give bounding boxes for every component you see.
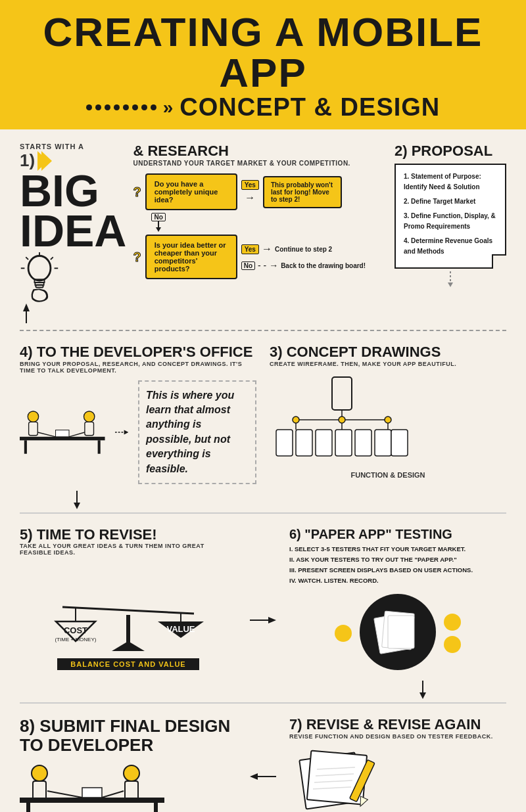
- testing-steps: I. SELECT 3-5 TESTERS THAT FIT YOUR TARG…: [289, 544, 506, 587]
- svg-marker-30: [124, 430, 128, 434]
- svg-rect-26: [56, 430, 69, 436]
- svg-marker-18: [448, 282, 453, 287]
- q2-text: Is your idea better or cheaper than your…: [155, 241, 226, 273]
- revise-again-block: 7) REVISE & REVISE AGAIN REVISE FUNCTION…: [289, 717, 506, 812]
- svg-line-8: [51, 258, 53, 260]
- svg-rect-64: [388, 616, 414, 648]
- submit-title: 8) SUBMIT FINAL DESIGN TO DEVELOPER: [20, 717, 237, 754]
- q2-branches: Yes → Continue to step 2 No - - → Back t…: [241, 243, 366, 271]
- paper-app-area: [289, 593, 506, 674]
- revise-block: 5) TIME TO REVISE! TAKE ALL YOUR GREAT I…: [20, 527, 237, 675]
- testing-step-1: I. SELECT 3-5 TESTERS THAT FIT YOUR TARG…: [289, 544, 506, 554]
- research-title: & RESEARCH: [133, 143, 388, 160]
- revise-again-subtitle: REVISE FUNCTION AND DESIGN BASED ON TEST…: [289, 733, 506, 740]
- dot-left-top: [335, 625, 352, 642]
- question-box-2: Is your idea better or cheaper than your…: [145, 235, 237, 279]
- yes-branch-1: Yes →: [241, 180, 259, 204]
- no-result-2: Back to the drawing board!: [281, 262, 366, 269]
- svg-line-51: [62, 607, 194, 614]
- svg-marker-60: [268, 617, 276, 623]
- svg-line-73: [47, 791, 82, 798]
- proposal-item-3: 3. Define Function, Display, & Promo Req…: [404, 211, 497, 232]
- dev-office-block: 4) TO THE DEVELOPER'S OFFICE BRING YOUR …: [20, 344, 256, 484]
- yes-result-2: Continue to step 2: [275, 246, 332, 253]
- svg-rect-23: [20, 437, 105, 440]
- svg-rect-44: [355, 430, 371, 456]
- section-divider-1: [20, 330, 506, 331]
- right-arrow-5-6: [250, 616, 276, 625]
- section-7-8: 8) SUBMIT FINAL DESIGN TO DEVELOPER: [20, 717, 506, 812]
- dots-right: [444, 614, 461, 653]
- revise-title: 5) TIME TO REVISE!: [20, 527, 237, 543]
- svg-text:VALUE: VALUE: [166, 624, 195, 634]
- yes-label-1: Yes: [241, 180, 259, 190]
- lightbulb-icon: [20, 251, 59, 304]
- header-dots: [86, 104, 156, 110]
- svg-line-7: [26, 258, 28, 260]
- submit-block: 8) SUBMIT FINAL DESIGN TO DEVELOPER: [20, 717, 237, 812]
- proposal-document: 1. Statement of Purpose: Identify Need &…: [394, 164, 506, 269]
- header-subtitle: CONCEPT & DESIGN: [179, 93, 440, 122]
- svg-marker-12: [23, 304, 30, 311]
- question-box-1: Do you have a completely unique idea?: [145, 173, 237, 210]
- idea-label: IDEA: [20, 211, 126, 251]
- svg-rect-41: [296, 430, 312, 456]
- svg-point-36: [385, 417, 391, 423]
- section-3-4: 4) TO THE DEVELOPER'S OFFICE BRING YOUR …: [20, 344, 506, 484]
- proposal-item-1: 1. Statement of Purpose: Identify Need &…: [404, 171, 497, 192]
- paper-app-circle: [358, 593, 437, 671]
- testing-step-3: III. PRESENT SCREEN DISPLAYS BASED ON US…: [289, 565, 506, 575]
- svg-rect-31: [332, 377, 352, 410]
- header: CREATING A MOBILE APP » CONCEPT & DESIGN: [0, 0, 526, 129]
- svg-marker-49: [112, 641, 145, 651]
- section-5-6: 5) TIME TO REVISE! TAKE ALL YOUR GREAT I…: [20, 527, 506, 675]
- chevron-icon: »: [163, 97, 174, 118]
- no-label-2: No: [241, 261, 255, 270]
- dot-right-bottom: [444, 636, 461, 653]
- testing-title: 6) "PAPER APP" TESTING: [289, 527, 506, 541]
- svg-rect-22: [85, 422, 94, 435]
- svg-rect-70: [26, 803, 30, 812]
- desk-svg: [20, 396, 105, 468]
- revise-papers: [289, 746, 506, 812]
- down-arrow-4-5: [72, 491, 82, 509]
- down-connector-6-7: [20, 681, 506, 699]
- svg-rect-50: [126, 615, 130, 643]
- desk-scene: This is where you learn that almost anyt…: [20, 380, 256, 484]
- submit-desk-svg: [20, 761, 164, 812]
- connector-5-6: [250, 527, 276, 675]
- svg-line-74: [102, 791, 124, 798]
- svg-rect-46: [391, 430, 408, 456]
- svg-point-35: [339, 417, 345, 423]
- concept-title: 3) CONCEPT DRAWINGS: [270, 344, 506, 360]
- question-mark-2: ?: [133, 250, 141, 265]
- down-arrow-proposal: [446, 271, 454, 287]
- dot-right-top: [444, 614, 461, 631]
- header-title: CREATING A MOBILE APP: [13, 12, 513, 93]
- proposal-title: 2) PROPOSAL: [394, 143, 506, 160]
- paper-circle-container: [358, 593, 437, 674]
- svg-rect-72: [82, 788, 102, 798]
- svg-rect-40: [276, 430, 293, 456]
- proposal-item-4: 4. Determine Revenue Goals and Methods: [404, 236, 497, 257]
- svg-marker-14: [156, 227, 161, 232]
- revise-papers-svg: [289, 746, 408, 812]
- svg-point-68: [124, 765, 139, 781]
- svg-rect-42: [316, 430, 332, 456]
- proposal-block: 2) PROPOSAL 1. Statement of Purpose: Ide…: [394, 143, 506, 287]
- concept-subtitle: CREATE WIREFRAME. THEN, MAKE YOUR APP BE…: [270, 361, 506, 367]
- yes-label-2: Yes: [241, 244, 259, 254]
- svg-rect-20: [29, 422, 38, 435]
- svg-point-2: [28, 256, 51, 281]
- svg-point-34: [293, 417, 299, 423]
- no-branch-2: No - - → Back to the drawing board!: [241, 260, 366, 271]
- proposal-down-arrow: [394, 271, 506, 287]
- yes-result-1: This probably won't last for long! Move …: [263, 176, 342, 208]
- svg-text:(TIME + MONEY): (TIME + MONEY): [55, 637, 97, 643]
- testing-step-2: II. ASK YOUR TESTERS TO TRY OUT THE "PAP…: [289, 554, 506, 565]
- proposal-item-2: 2. Define Target Market: [404, 196, 497, 207]
- q2-row: ? Is your idea better or cheaper than yo…: [133, 235, 388, 279]
- balance-label: BALANCE COST AND VALUE: [57, 658, 199, 670]
- left-arrow-7-8: [250, 772, 276, 781]
- big-label: BIG: [20, 171, 126, 211]
